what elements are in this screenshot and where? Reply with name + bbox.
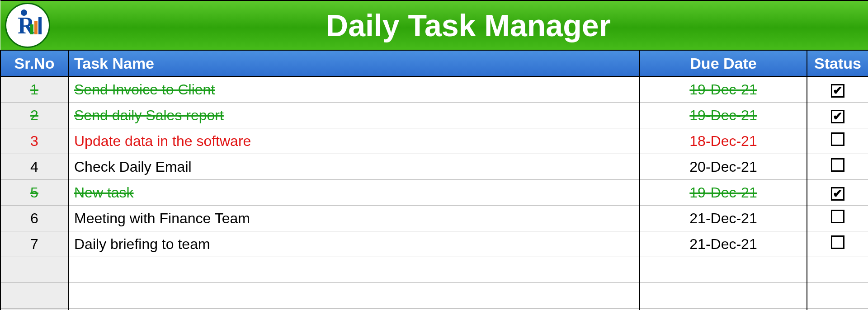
cell-taskname[interactable] [68, 257, 640, 283]
cell-duedate[interactable]: 19-Dec-21 [640, 76, 807, 103]
header-row: Sr.No Task Name Due Date Status [0, 50, 868, 76]
table-row: 6Meeting with Finance Team21-Dec-21 [0, 206, 868, 231]
status-checkbox[interactable] [831, 132, 844, 146]
status-checkbox[interactable] [831, 235, 844, 249]
cell-duedate[interactable]: 19-Dec-21 [640, 103, 807, 128]
title-row: R Daily Task Manager [0, 0, 868, 50]
table-row [0, 257, 868, 283]
cell-taskname[interactable]: Update data in the software [68, 128, 640, 154]
cell-srno: 6 [0, 206, 68, 231]
cell-srno: 2 [0, 103, 68, 128]
table-row [0, 309, 868, 310]
table-row: 4Check Daily Email20-Dec-21 [0, 154, 868, 180]
status-checkbox[interactable]: ✔ [831, 110, 844, 123]
header-status: Status [807, 50, 868, 76]
cell-srno [0, 257, 68, 283]
svg-rect-3 [34, 21, 38, 34]
cell-status [807, 257, 868, 283]
cell-srno: 4 [0, 154, 68, 180]
status-checkbox[interactable]: ✔ [831, 187, 844, 201]
status-checkbox[interactable] [831, 210, 844, 223]
cell-status [807, 283, 868, 309]
cell-taskname[interactable]: Daily briefing to team [68, 231, 640, 257]
cell-srno: 1 [0, 76, 68, 103]
cell-srno: 7 [0, 231, 68, 257]
cell-duedate[interactable]: 21-Dec-21 [640, 231, 807, 257]
cell-srno: 3 [0, 128, 68, 154]
svg-rect-4 [38, 17, 42, 34]
cell-status: ✔ [807, 180, 868, 206]
table-row: 5New task19-Dec-21✔ [0, 180, 868, 206]
cell-taskname[interactable]: Check Daily Email [68, 154, 640, 180]
cell-status [807, 206, 868, 231]
table-row: 3Update data in the software18-Dec-21 [0, 128, 868, 154]
cell-duedate[interactable]: 21-Dec-21 [640, 206, 807, 231]
cell-status [807, 309, 868, 310]
cell-duedate[interactable]: 20-Dec-21 [640, 154, 807, 180]
cell-status [807, 128, 868, 154]
table-row [0, 283, 868, 309]
cell-duedate[interactable] [640, 257, 807, 283]
cell-taskname[interactable]: Send Invoice to Client [68, 76, 640, 103]
cell-duedate[interactable]: 19-Dec-21 [640, 180, 807, 206]
cell-taskname[interactable]: Meeting with Finance Team [68, 206, 640, 231]
table-row: 7Daily briefing to team21-Dec-21 [0, 231, 868, 257]
header-duedate: Due Date [640, 50, 807, 76]
cell-status [807, 154, 868, 180]
cell-srno: 5 [0, 180, 68, 206]
task-table: R Daily Task Manager Sr.No Task Name Due… [0, 0, 868, 310]
status-checkbox[interactable]: ✔ [831, 84, 844, 98]
header-srno: Sr.No [0, 50, 68, 76]
cell-status: ✔ [807, 103, 868, 128]
cell-srno [0, 283, 68, 309]
status-checkbox[interactable] [831, 158, 844, 172]
table-row: 1Send Invoice to Client19-Dec-21✔ [0, 76, 868, 103]
task-sheet: R Daily Task Manager Sr.No Task Name Due… [0, 0, 868, 310]
cell-taskname[interactable]: Send daily Sales report [68, 103, 640, 128]
cell-duedate[interactable]: 18-Dec-21 [640, 128, 807, 154]
app-logo-icon: R [5, 3, 50, 48]
cell-duedate[interactable] [640, 309, 807, 310]
logo-cell: R [0, 0, 68, 50]
cell-srno [0, 309, 68, 310]
svg-rect-2 [30, 24, 33, 34]
svg-point-1 [21, 9, 27, 16]
title-cell: Daily Task Manager [68, 0, 868, 50]
cell-status [807, 231, 868, 257]
cell-taskname[interactable] [68, 283, 640, 309]
cell-taskname[interactable] [68, 309, 640, 310]
cell-taskname[interactable]: New task [68, 180, 640, 206]
cell-duedate[interactable] [640, 283, 807, 309]
page-title: Daily Task Manager [68, 8, 868, 43]
header-taskname: Task Name [68, 50, 640, 76]
cell-status: ✔ [807, 76, 868, 103]
table-row: 2Send daily Sales report19-Dec-21✔ [0, 103, 868, 128]
